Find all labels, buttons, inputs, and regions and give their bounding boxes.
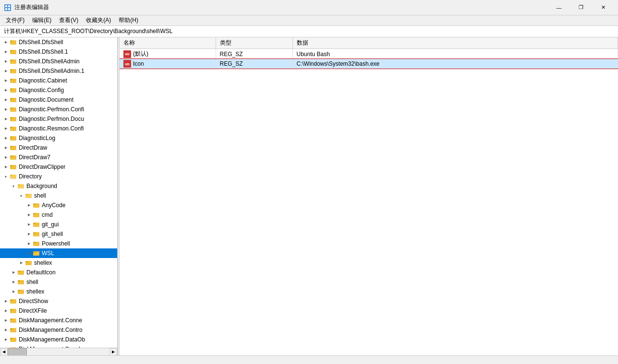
expand-btn-AnyCode[interactable] <box>25 201 33 209</box>
svg-rect-18 <box>10 98 12 99</box>
expand-btn-DfsShell.DfsShellAdmin[interactable] <box>2 58 10 65</box>
tree-label-Diagnostic.Resmon.Confi: Diagnostic.Resmon.Confi <box>19 125 84 132</box>
hscroll-left-arrow[interactable]: ◀ <box>0 348 8 356</box>
folder-icon-DfsShell.DfsShellAdmin.1 <box>10 67 17 75</box>
expand-btn-DiskManagement.Conne[interactable] <box>2 317 10 324</box>
tree-item-Diagnostic.Perfmon.Confi[interactable]: Diagnostic.Perfmon.Confi <box>0 105 117 114</box>
tree-item-DfsShell.DfsShellAdmin[interactable]: DfsShell.DfsShellAdmin <box>0 57 117 66</box>
expand-btn-DfsShell.DfsShell.1[interactable] <box>2 48 10 56</box>
value-row-icon[interactable]: abIcon REG_SZ C:\Windows\System32\bash.e… <box>120 59 618 69</box>
expand-btn-git_gui[interactable] <box>25 221 33 228</box>
tree-label-Directory: Directory <box>19 173 42 180</box>
expand-btn-Diagnostic.Config[interactable] <box>2 86 10 94</box>
tree-item-shell2[interactable]: shell <box>0 277 117 287</box>
tree-item-DirectXFile[interactable]: DirectXFile <box>0 306 117 316</box>
expand-btn-cmd[interactable] <box>25 211 33 219</box>
tree-hscrollbar[interactable]: ◀ ▶ <box>0 348 117 355</box>
expand-btn-DfsShell.DfsShell[interactable] <box>2 38 10 46</box>
expand-btn-Diagnostic.Resmon.Confi[interactable] <box>2 125 10 132</box>
menu-view[interactable]: 查看(V) <box>55 15 82 25</box>
expand-btn-DiskManagement.Contro[interactable] <box>2 326 10 334</box>
expand-btn-git_shell[interactable] <box>25 230 33 238</box>
expand-btn-DirectShow[interactable] <box>2 297 10 305</box>
tree-label-WSL: WSL <box>42 250 54 257</box>
tree-item-git_shell[interactable]: git_shell <box>0 229 117 239</box>
tree-item-DirectDraw[interactable]: DirectDraw <box>0 143 117 153</box>
folder-icon-AnyCode <box>33 201 40 209</box>
tree-item-Diagnostic.Perfmon.Docu[interactable]: Diagnostic.Perfmon.Docu <box>0 114 117 124</box>
tree-item-Diagnostic.Resmon.Confi[interactable]: Diagnostic.Resmon.Confi <box>0 124 117 133</box>
expand-btn-Diagnostic.Perfmon.Confi[interactable] <box>2 106 10 113</box>
tree-item-DiskManagement.DataOb[interactable]: DiskManagement.DataOb <box>0 335 117 344</box>
expand-btn-DirectDraw[interactable] <box>2 144 10 152</box>
expand-btn-Powershell[interactable] <box>25 240 33 247</box>
tree-item-WSL[interactable]: WSL <box>0 248 117 258</box>
expand-btn-Directory[interactable] <box>2 173 10 180</box>
tree-item-DiskManagement.SnapIn[interactable]: DiskManagement.SnapIn <box>0 344 117 348</box>
expand-btn-Diagnostic.Document[interactable] <box>2 96 10 104</box>
hscroll-track[interactable] <box>8 348 109 356</box>
menu-file[interactable]: 文件(F) <box>2 15 28 25</box>
expand-btn-DiagnosticLog[interactable] <box>2 134 10 142</box>
expand-btn-DiskManagement.DataOb[interactable] <box>2 336 10 343</box>
expand-btn-shellex[interactable] <box>17 259 25 267</box>
folder-icon-Powershell <box>33 240 40 247</box>
value-scroll[interactable]: 名称 类型 数据 ab(默认) REG_SZ Ubuntu Bash abIco… <box>120 37 618 355</box>
tree-item-DiskManagement.Conne[interactable]: DiskManagement.Conne <box>0 316 117 325</box>
window-title: 注册表编辑器 <box>14 3 548 12</box>
tree-item-DfsShell.DfsShell[interactable]: DfsShell.DfsShell <box>0 37 117 47</box>
expand-btn-DefaultIcon[interactable] <box>10 269 17 276</box>
folder-icon-DirectXFile <box>10 307 17 315</box>
svg-rect-51 <box>33 242 36 243</box>
expand-btn-Diagnostic.Cabinet[interactable] <box>2 77 10 84</box>
expand-btn-DfsShell.DfsShellAdmin.1[interactable] <box>2 67 10 75</box>
expand-btn-WSL[interactable] <box>25 249 33 257</box>
tree-label-DfsShell.DfsShell.1: DfsShell.DfsShell.1 <box>19 48 68 55</box>
expand-btn-Diagnostic.Perfmon.Docu[interactable] <box>2 115 10 123</box>
tree-item-shellex[interactable]: shellex <box>0 258 117 268</box>
tree-item-DirectDrawClipper[interactable]: DirectDrawClipper <box>0 162 117 172</box>
menu-help[interactable]: 帮助(H) <box>115 15 142 25</box>
expand-btn-DirectXFile[interactable] <box>2 307 10 315</box>
tree-item-Directory[interactable]: Directory <box>0 172 117 181</box>
tree-item-DiagnosticLog[interactable]: DiagnosticLog <box>0 133 117 143</box>
address-bar: 计算机\HKEY_CLASSES_ROOT\Directory\Backgrou… <box>0 26 618 37</box>
expand-btn-shell[interactable] <box>17 192 25 200</box>
expand-btn-shellex2[interactable] <box>10 288 17 295</box>
hscroll-thumb[interactable] <box>8 348 27 356</box>
tree-item-DefaultIcon[interactable]: DefaultIcon <box>0 268 117 277</box>
tree-item-cmd[interactable]: cmd <box>0 210 117 220</box>
minimize-button[interactable]: — <box>548 0 570 15</box>
menu-edit[interactable]: 编辑(E) <box>28 15 55 25</box>
tree-scroll[interactable]: DfsShell.DfsShell DfsShell.DfsShell.1 Df… <box>0 37 117 348</box>
tree-item-git_gui[interactable]: git_gui <box>0 220 117 229</box>
hscroll-right-arrow[interactable]: ▶ <box>109 348 117 356</box>
svg-rect-40 <box>25 194 28 195</box>
close-button[interactable]: ✕ <box>592 0 614 15</box>
expand-btn-Background[interactable] <box>10 182 17 190</box>
tree-item-Diagnostic.Document[interactable]: Diagnostic.Document <box>0 95 117 105</box>
tree-item-DfsShell.DfsShell.1[interactable]: DfsShell.DfsShell.1 <box>0 47 117 57</box>
tree-item-DirectDraw7[interactable]: DirectDraw7 <box>0 153 117 162</box>
svg-rect-43 <box>33 204 36 205</box>
tree-item-DiskManagement.Contro[interactable]: DiskManagement.Contro <box>0 325 117 335</box>
tree-item-Diagnostic.Cabinet[interactable]: Diagnostic.Cabinet <box>0 76 117 85</box>
menu-favorites[interactable]: 收藏夹(A) <box>82 15 115 25</box>
tree-item-DfsShell.DfsShellAdmin.1[interactable]: DfsShell.DfsShellAdmin.1 <box>0 66 117 76</box>
expand-btn-DirectDraw7[interactable] <box>2 153 10 161</box>
restore-button[interactable]: ❐ <box>570 0 592 15</box>
value-name-default: ab(默认) <box>120 49 216 59</box>
tree-item-AnyCode[interactable]: AnyCode <box>0 200 117 210</box>
folder-icon-DfsShell.DfsShell <box>10 38 17 46</box>
tree-item-shellex2[interactable]: shellex <box>0 287 117 296</box>
tree-item-Background[interactable]: Background <box>0 181 117 191</box>
svg-rect-2 <box>8 5 10 7</box>
tree-item-shell[interactable]: shell <box>0 191 117 200</box>
tree-item-Diagnostic.Config[interactable]: Diagnostic.Config <box>0 85 117 95</box>
expand-btn-shell2[interactable] <box>10 278 17 286</box>
value-row-default[interactable]: ab(默认) REG_SZ Ubuntu Bash <box>120 49 618 59</box>
tree-item-Powershell[interactable]: Powershell <box>0 239 117 248</box>
svg-rect-65 <box>10 309 12 310</box>
expand-btn-DirectDrawClipper[interactable] <box>2 163 10 171</box>
tree-item-DirectShow[interactable]: DirectShow <box>0 296 117 306</box>
